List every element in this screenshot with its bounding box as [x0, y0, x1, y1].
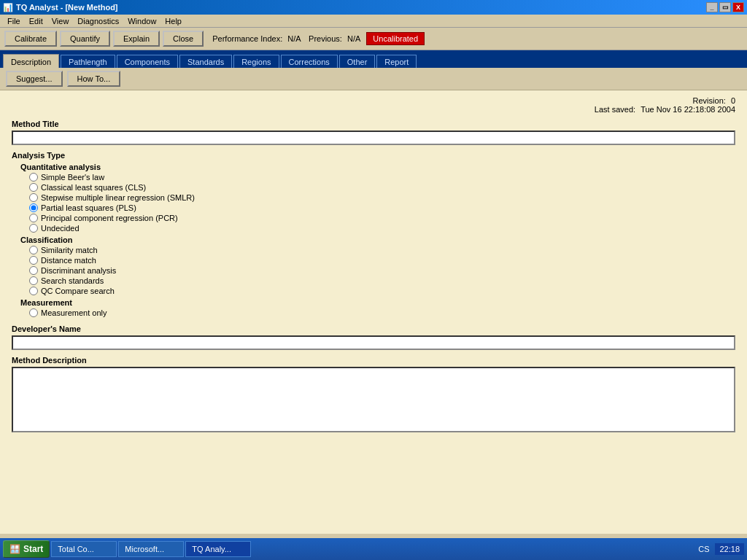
how-to-button[interactable]: How To... — [67, 71, 121, 87]
radio-pcr: Principal component regression (PCR) — [29, 214, 735, 222]
developers-name-section: Developer's Name — [12, 324, 735, 350]
revision-value: 0 — [731, 96, 735, 105]
method-desc-section: Method Description — [12, 356, 735, 432]
simple-beers-radio[interactable] — [29, 173, 38, 182]
radio-discriminant: Discriminant analysis — [29, 266, 735, 275]
menu-edit[interactable]: Edit — [25, 16, 47, 26]
radio-similarity: Similarity match — [29, 246, 735, 254]
tab-regions[interactable]: Regions — [233, 55, 279, 68]
quantitative-label: Quantitative analysis — [20, 163, 735, 171]
measurement-only-label: Measurement only — [41, 308, 107, 317]
title-bar: 📊 TQ Analyst - [New Method] _ ▭ X — [0, 0, 747, 15]
radio-undecided: Undecided — [29, 224, 735, 233]
tab-other[interactable]: Other — [339, 55, 376, 68]
status-badge: Uncalibrated — [366, 32, 425, 45]
menu-help[interactable]: Help — [160, 16, 186, 26]
revision-label: Revision: — [693, 96, 726, 105]
method-title-label: Method Title — [12, 120, 735, 128]
pls-label: Partial least squares (PLS) — [41, 203, 136, 212]
method-title-wrapper — [12, 131, 735, 145]
restore-button[interactable]: ▭ — [719, 2, 731, 12]
search-standards-label: Search standards — [41, 276, 104, 285]
method-title-section: Method Title — [12, 120, 735, 145]
distance-radio[interactable] — [29, 256, 38, 265]
window-title: TQ Analyst - [New Method] — [16, 3, 118, 12]
close-method-button[interactable]: Close — [163, 31, 204, 47]
radio-search-standards: Search standards — [29, 276, 735, 285]
smlr-radio[interactable] — [29, 193, 38, 202]
undecided-label: Undecided — [41, 224, 80, 233]
menu-diagnostics[interactable]: Diagnostics — [73, 16, 123, 26]
tab-corrections[interactable]: Corrections — [281, 55, 338, 68]
similarity-label: Similarity match — [41, 246, 98, 254]
menu-view[interactable]: View — [47, 16, 74, 26]
tab-components[interactable]: Components — [117, 55, 178, 68]
radio-simple-beers: Simple Beer's law — [29, 173, 735, 182]
compare-search-label: QC Compare search — [41, 287, 115, 295]
menu-window[interactable]: Window — [123, 16, 160, 26]
undecided-radio[interactable] — [29, 224, 38, 233]
pcr-label: Principal component regression (PCR) — [41, 214, 178, 222]
pls-radio[interactable] — [29, 203, 38, 212]
similarity-radio[interactable] — [29, 246, 38, 254]
sub-toolbar: Suggest... How To... — [0, 68, 747, 90]
toolbar: Calibrate Quantify Explain Close Perform… — [0, 28, 747, 50]
method-title-input[interactable] — [13, 132, 734, 144]
method-desc-label: Method Description — [12, 356, 735, 365]
radio-compare-search: QC Compare search — [29, 287, 735, 295]
radio-smlr: Stepwise multiple linear regression (SML… — [29, 193, 735, 202]
explain-button[interactable]: Explain — [113, 31, 160, 47]
menu-bar: File Edit View Diagnostics Window Help — [0, 15, 747, 28]
analysis-type-label: Analysis Type — [12, 151, 735, 160]
tab-standards[interactable]: Standards — [179, 55, 232, 68]
measurement-only-radio[interactable] — [29, 308, 38, 317]
discriminant-radio[interactable] — [29, 266, 38, 275]
last-saved-label: Last saved: — [595, 105, 635, 114]
tab-bar: Description Pathlength Components Standa… — [0, 50, 747, 68]
tab-report[interactable]: Report — [376, 55, 417, 68]
tab-description[interactable]: Description — [3, 54, 59, 68]
radio-measurement-only: Measurement only — [29, 308, 735, 317]
developers-name-label: Developer's Name — [12, 324, 735, 333]
classification-label: Classification — [20, 236, 735, 244]
radio-distance: Distance match — [29, 256, 735, 265]
developers-name-input[interactable] — [13, 337, 734, 349]
smlr-label: Stepwise multiple linear regression (SML… — [41, 193, 195, 202]
close-button[interactable]: X — [732, 2, 744, 12]
developers-name-wrapper — [12, 335, 735, 350]
quantify-button[interactable]: Quantify — [60, 31, 110, 47]
pcr-radio[interactable] — [29, 214, 38, 222]
suggest-button[interactable]: Suggest... — [6, 71, 63, 87]
distance-label: Distance match — [41, 256, 96, 265]
cls-radio[interactable] — [29, 183, 38, 192]
last-saved-value: Tue Nov 16 22:18:08 2004 — [640, 105, 735, 114]
method-desc-wrapper — [12, 367, 735, 432]
main-content: Revision: 0 Last saved: Tue Nov 16 22:18… — [0, 90, 747, 534]
compare-search-radio[interactable] — [29, 287, 38, 295]
search-standards-radio[interactable] — [29, 276, 38, 285]
app-icon: 📊 — [3, 3, 13, 12]
revision-info: Revision: 0 Last saved: Tue Nov 16 22:18… — [12, 96, 735, 114]
radio-cls: Classical least squares (CLS) — [29, 183, 735, 192]
analysis-type-section: Analysis Type Quantitative analysis Simp… — [12, 151, 735, 317]
tab-pathlength[interactable]: Pathlength — [61, 55, 115, 68]
minimize-button[interactable]: _ — [706, 2, 718, 12]
calibrate-button[interactable]: Calibrate — [4, 31, 57, 47]
method-desc-input[interactable] — [13, 368, 734, 431]
menu-file[interactable]: File — [3, 16, 25, 26]
perf-index-label: Performance Index: N/A Previous: N/A — [212, 34, 360, 43]
cls-label: Classical least squares (CLS) — [41, 183, 146, 192]
measurement-label: Measurement — [20, 298, 735, 307]
discriminant-label: Discriminant analysis — [41, 266, 116, 275]
radio-pls: Partial least squares (PLS) — [29, 203, 735, 212]
simple-beers-label: Simple Beer's law — [41, 173, 104, 182]
